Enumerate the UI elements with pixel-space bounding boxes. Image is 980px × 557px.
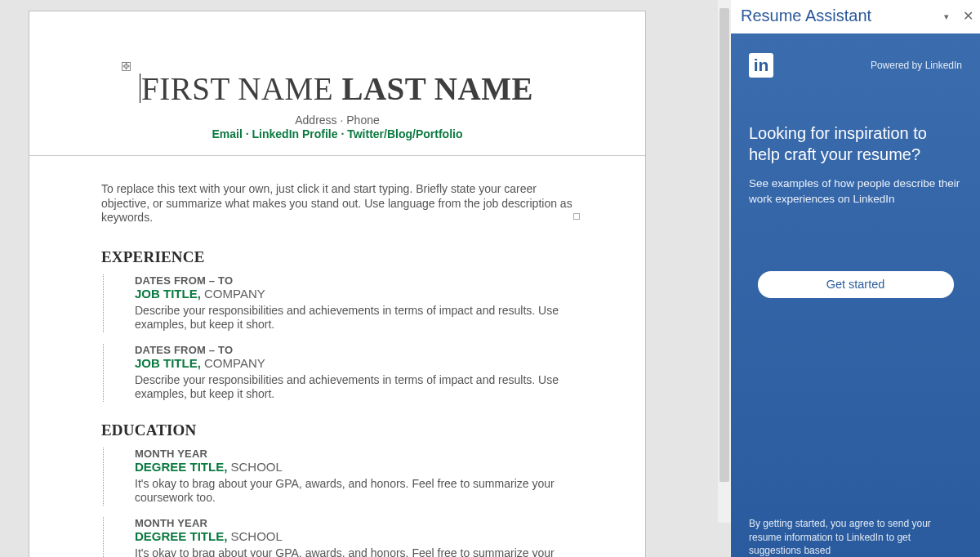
entry-title[interactable]: DEGREE TITLE,: [135, 460, 227, 474]
first-name-text[interactable]: FIRST NAME: [141, 71, 341, 106]
entry-description[interactable]: It's okay to brag about your GPA, awards…: [135, 477, 573, 506]
linkedin-icon: in: [749, 53, 773, 78]
assistant-top-row: in Powered by LinkedIn: [731, 33, 980, 82]
resume-assistant-pane: Resume Assistant ▾ ✕ in Powered by Linke…: [731, 0, 980, 557]
entry-description[interactable]: Describe your responsibilities and achie…: [135, 304, 573, 332]
entry-company[interactable]: SCHOOL: [227, 460, 283, 474]
education-entry[interactable]: MONTH YEAR DEGREE TITLE, SCHOOL It's oka…: [103, 517, 573, 558]
table-anchor-icon[interactable]: ✥: [122, 62, 131, 71]
assistant-heading: Looking for inspiration to help craft yo…: [731, 82, 980, 170]
entry-dates[interactable]: DATES FROM – TO: [135, 344, 573, 356]
get-started-button[interactable]: Get started: [758, 271, 954, 298]
entry-title-row[interactable]: DEGREE TITLE, SCHOOL: [135, 529, 573, 544]
entry-title[interactable]: JOB TITLE,: [135, 356, 201, 370]
entry-title-row[interactable]: JOB TITLE, COMPANY: [135, 356, 573, 371]
text-cursor: [140, 74, 140, 103]
entry-company[interactable]: COMPANY: [201, 287, 265, 301]
entry-dates[interactable]: DATES FROM – TO: [135, 274, 573, 287]
links-line[interactable]: Email · LinkedIn Profile · Twitter/Blog/…: [29, 127, 645, 140]
document-editor-area: ✥ FIRST NAME LAST NAME Address · Phone E…: [0, 0, 731, 557]
entry-title-row[interactable]: DEGREE TITLE, SCHOOL: [135, 460, 573, 475]
vertical-scrollbar[interactable]: [718, 0, 731, 523]
close-icon[interactable]: ✕: [963, 8, 973, 24]
experience-entry[interactable]: DATES FROM – TO JOB TITLE, COMPANY Descr…: [103, 274, 573, 332]
education-entry[interactable]: MONTH YEAR DEGREE TITLE, SCHOOL It's oka…: [103, 448, 573, 506]
entry-dates[interactable]: MONTH YEAR: [135, 517, 573, 529]
entry-dates[interactable]: MONTH YEAR: [135, 448, 573, 460]
document-page[interactable]: ✥ FIRST NAME LAST NAME Address · Phone E…: [29, 11, 646, 557]
last-name-text[interactable]: LAST NAME: [341, 71, 533, 106]
resume-header: FIRST NAME LAST NAME Address · Phone Ema…: [29, 11, 645, 156]
scrollbar-thumb[interactable]: [719, 8, 729, 482]
resume-name[interactable]: FIRST NAME LAST NAME: [141, 70, 533, 107]
entry-title-row[interactable]: JOB TITLE, COMPANY: [135, 287, 573, 301]
entry-title[interactable]: JOB TITLE,: [135, 287, 201, 301]
address-line[interactable]: Address · Phone: [29, 114, 645, 127]
intro-text[interactable]: To replace this text with your own, just…: [101, 182, 572, 224]
intro-paragraph[interactable]: To replace this text with your own, just…: [101, 182, 573, 225]
assistant-title: Resume Assistant: [741, 7, 970, 25]
assistant-subtext: See examples of how people describe thei…: [731, 170, 980, 207]
experience-heading[interactable]: EXPERIENCE: [101, 248, 573, 266]
pane-options-icon[interactable]: ▾: [944, 11, 949, 22]
assistant-pane-header: Resume Assistant ▾ ✕: [731, 0, 980, 33]
resume-body: To replace this text with your own, just…: [29, 156, 645, 557]
assistant-body: in Powered by LinkedIn Looking for inspi…: [731, 33, 980, 557]
experience-entry[interactable]: DATES FROM – TO JOB TITLE, COMPANY Descr…: [103, 344, 573, 402]
assistant-disclaimer: By getting started, you agree to send yo…: [731, 517, 980, 557]
entry-company[interactable]: COMPANY: [201, 356, 265, 370]
education-heading[interactable]: EDUCATION: [101, 421, 573, 439]
entry-description[interactable]: It's okay to brag about your GPA, awards…: [135, 546, 573, 558]
entry-title[interactable]: DEGREE TITLE,: [135, 529, 227, 543]
entry-company[interactable]: SCHOOL: [227, 529, 283, 543]
powered-by-label: Powered by LinkedIn: [871, 60, 962, 71]
paragraph-mark-icon: [573, 213, 580, 220]
entry-description[interactable]: Describe your responsibilities and achie…: [135, 373, 573, 402]
